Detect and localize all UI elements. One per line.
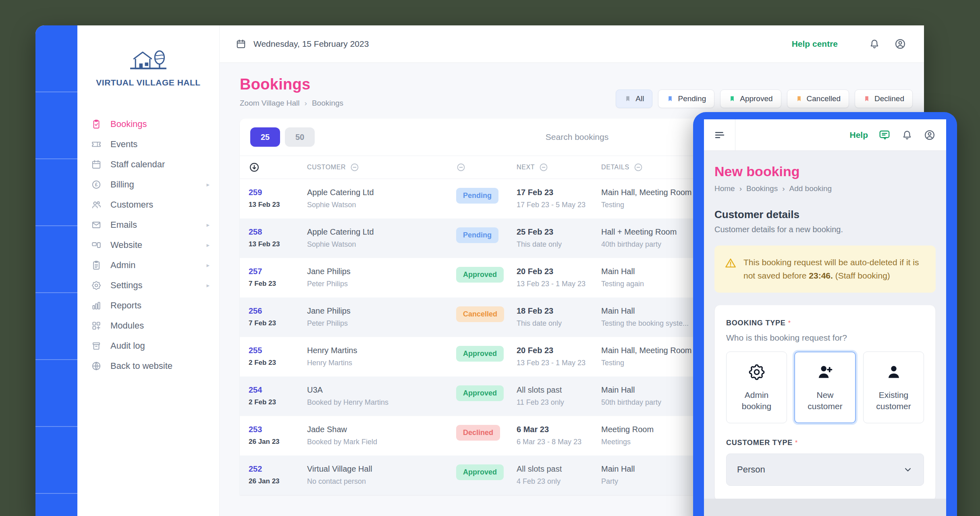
sidebar-item-back-to-website[interactable]: Back to website xyxy=(77,356,219,376)
user-avatar-icon[interactable] xyxy=(924,129,936,141)
collapse-column-icon[interactable] xyxy=(456,162,466,172)
section-subtitle: Customer details for a new booking. xyxy=(714,225,936,234)
sidebar-item-customers[interactable]: Customers xyxy=(77,195,219,215)
sidebar-item-modules[interactable]: Modules xyxy=(77,316,219,336)
chevron-right-icon: ▸ xyxy=(206,241,210,249)
sidebar-item-website[interactable]: Website ▸ xyxy=(77,235,219,255)
collapse-column-icon[interactable] xyxy=(539,162,548,172)
current-date: Wednesday, 15 February 2023 xyxy=(236,39,369,49)
envelope-icon xyxy=(91,220,102,230)
panel-header: Help xyxy=(704,119,946,151)
breadcrumb-separator: › xyxy=(739,184,742,193)
status-badge: Approved xyxy=(456,267,504,283)
sidebar-nav: Bookings Events Staff calendar £ xyxy=(77,114,219,376)
person-icon xyxy=(884,363,903,381)
sidebar-item-events[interactable]: Events xyxy=(77,134,219,154)
customers-icon xyxy=(91,200,102,210)
status-badge: Declined xyxy=(456,425,500,441)
filter-pending[interactable]: Pending xyxy=(658,89,714,108)
booking-type-question: Who is this booking request for? xyxy=(726,333,924,343)
option-new-customer[interactable]: New customer xyxy=(794,352,856,423)
page-size-switch: 25 50 xyxy=(250,127,315,147)
brand-name: VIRTUAL VILLAGE HALL xyxy=(96,78,200,87)
sidebar-item-label: Back to website xyxy=(110,361,172,371)
breadcrumb: Zoom Village Hall › Bookings xyxy=(240,99,343,108)
sidebar-item-admin[interactable]: Admin ▸ xyxy=(77,255,219,275)
user-avatar-icon[interactable] xyxy=(894,38,906,50)
option-existing-customer[interactable]: Existing customer xyxy=(863,352,924,423)
breadcrumb-bookings[interactable]: Bookings xyxy=(746,184,778,193)
chevron-right-icon: ▸ xyxy=(206,221,210,229)
filter-cancelled[interactable]: Cancelled xyxy=(787,89,849,108)
booking-form-card: BOOKING TYPE* Who is this booking reques… xyxy=(714,305,936,501)
booking-type-options: Admin booking New customer Existing cust… xyxy=(726,352,924,423)
bookings-clipboard-icon xyxy=(91,119,102,129)
panel-body: New booking Home › Bookings › Add bookin… xyxy=(704,164,946,501)
customer-type-select[interactable]: Person xyxy=(726,454,924,486)
sidebar-item-billing[interactable]: £ Billing ▸ xyxy=(77,175,219,195)
breadcrumb-site[interactable]: Zoom Village Hall xyxy=(240,99,300,108)
customer-type-value: Person xyxy=(737,464,765,475)
calendar-icon xyxy=(236,39,246,49)
status-badge: Pending xyxy=(456,188,498,204)
modules-grid-icon xyxy=(91,320,102,331)
menu-icon[interactable] xyxy=(704,119,735,150)
sort-descending-icon[interactable] xyxy=(249,162,307,173)
bell-icon[interactable] xyxy=(868,38,880,50)
new-booking-mobile-panel: Help New booking Home › Bookings › Add b… xyxy=(693,112,957,516)
sidebar-item-settings[interactable]: Settings ▸ xyxy=(77,275,219,295)
filter-approved[interactable]: Approved xyxy=(720,89,781,108)
warning-text: This booking request will be auto-delete… xyxy=(743,256,926,282)
chevron-down-icon xyxy=(903,464,913,475)
breadcrumb-home[interactable]: Home xyxy=(714,184,735,193)
sidebar-item-audit-log[interactable]: Audit log xyxy=(77,336,219,356)
bookmark-icon xyxy=(795,94,803,103)
calendar-icon xyxy=(91,159,102,170)
page-size-25-button[interactable]: 25 xyxy=(250,127,280,147)
bookmark-icon xyxy=(666,94,674,103)
sidebar: VIRTUAL VILLAGE HALL Bookings Events xyxy=(77,25,220,516)
help-chat-icon[interactable] xyxy=(878,129,891,141)
filter-all[interactable]: All xyxy=(616,89,652,108)
status-filters: All Pending Approved Cancelled xyxy=(616,89,913,108)
website-icon xyxy=(91,240,102,250)
sidebar-item-label: Admin xyxy=(110,260,135,270)
brand-logo: VIRTUAL VILLAGE HALL xyxy=(77,49,219,87)
chevron-right-icon: ▸ xyxy=(206,181,210,188)
status-badge: Pending xyxy=(456,227,498,243)
breadcrumb-separator: › xyxy=(305,99,307,108)
bell-icon[interactable] xyxy=(901,129,913,141)
breadcrumb-current: Add booking xyxy=(789,184,832,193)
status-badge: Approved xyxy=(456,346,504,362)
help-link[interactable]: Help xyxy=(849,130,868,140)
column-header-customer: CUSTOMER xyxy=(307,162,456,172)
page-size-50-button[interactable]: 50 xyxy=(285,127,315,147)
sidebar-item-label: Settings xyxy=(110,280,143,291)
collapse-column-icon[interactable] xyxy=(350,162,359,172)
archive-box-icon xyxy=(91,341,102,351)
help-centre-link[interactable]: Help centre xyxy=(792,39,838,49)
sidebar-item-emails[interactable]: Emails ▸ xyxy=(77,215,219,235)
date-text: Wednesday, 15 February 2023 xyxy=(253,39,369,49)
blue-rail xyxy=(35,25,77,516)
option-admin-booking[interactable]: Admin booking xyxy=(726,352,787,423)
column-header-status xyxy=(456,162,517,172)
person-plus-icon xyxy=(816,363,835,381)
sidebar-item-bookings[interactable]: Bookings xyxy=(77,114,219,134)
bar-chart-icon xyxy=(91,300,102,311)
warning-triangle-icon xyxy=(724,257,737,270)
section-title: Customer details xyxy=(714,208,936,221)
bookmark-icon xyxy=(624,94,631,103)
customer-type-label: CUSTOMER TYPE xyxy=(726,439,793,447)
customer-type-label-row: CUSTOMER TYPE* xyxy=(726,439,924,447)
status-badge: Cancelled xyxy=(456,306,504,322)
bookmark-icon xyxy=(863,94,870,103)
sidebar-item-label: Emails xyxy=(110,220,137,230)
filter-declined[interactable]: Declined xyxy=(855,89,913,108)
sidebar-item-reports[interactable]: Reports xyxy=(77,295,219,316)
collapse-column-icon[interactable] xyxy=(633,162,643,172)
status-badge: Approved xyxy=(456,385,504,401)
sidebar-item-staff-calendar[interactable]: Staff calendar xyxy=(77,154,219,175)
chevron-right-icon: ▸ xyxy=(206,282,210,289)
breadcrumb-separator: › xyxy=(782,184,785,193)
